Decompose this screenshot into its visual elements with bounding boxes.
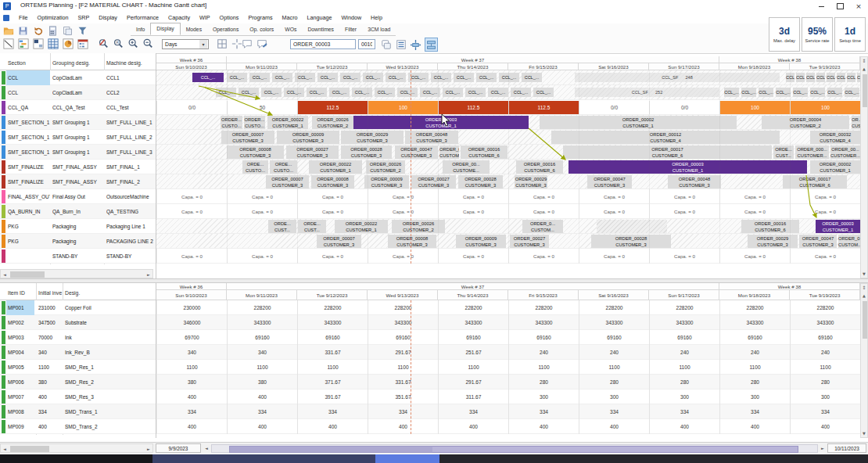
hscrollbar-thumb[interactable] xyxy=(10,271,45,278)
machine-row-stand-by[interactable]: STAND-BYSTAND-BY xyxy=(0,249,156,264)
gantt-operation[interactable]: CCL_... xyxy=(776,88,791,97)
calculator-icon[interactable] xyxy=(47,24,59,37)
gantt-operation[interactable]: CCL_... xyxy=(793,88,808,97)
scroll-down-icon[interactable]: ▼ xyxy=(861,271,867,276)
zoom-reset-icon[interactable] xyxy=(97,38,109,50)
gantt-operation[interactable]: ORDER_00028CUSTOMER_3 xyxy=(591,235,671,248)
day-header-cell[interactable]: Thu 9/14/2023 xyxy=(438,290,508,300)
gantt-operation[interactable]: ORDER_00017CUSTOMER_6 xyxy=(783,175,847,188)
gantt-operation[interactable]: ORDER_00009CUSTOMER_3 xyxy=(364,175,409,188)
item-inventory-cell[interactable]: 334 xyxy=(38,404,63,419)
day-header-cell[interactable]: Mon 9/18/2023 xyxy=(719,63,790,70)
machine-desig-cell[interactable]: SMT_FULL_LINE_1 xyxy=(106,115,155,130)
comment-edit-icon[interactable] xyxy=(256,38,267,50)
item-desig-cell[interactable]: SMD_Res_1 xyxy=(65,360,152,375)
gantt-operation[interactable]: CCL_... xyxy=(431,73,451,82)
machine-row-ccl-test[interactable]: CCL_QACCL_QA_TestCCL_Test xyxy=(0,100,156,115)
item-inventory-cell[interactable]: 400 xyxy=(38,419,63,434)
item-desig-cell[interactable]: Ink_Rev_B xyxy=(65,345,152,360)
capacity-cell[interactable]: Capa. = 0 xyxy=(719,204,790,219)
item-inventory-cell[interactable]: 347500 xyxy=(38,315,63,330)
gantt-operation[interactable]: ORDE...CUST... xyxy=(268,220,296,233)
capacity-cell[interactable]: Capa. = 0 xyxy=(649,249,719,264)
machine-table-hscrollbar[interactable]: ◄ ► xyxy=(0,269,153,278)
gantt-operation[interactable]: CCL... xyxy=(827,73,835,82)
gantt-operation[interactable]: ORDER_00007CUSTOMER_3 xyxy=(221,131,274,144)
gantt-operation[interactable]: CCL_... xyxy=(272,73,292,82)
item-row-mp003[interactable]: MP00370000Ink xyxy=(0,330,156,345)
machine-row-outsourcemachine[interactable]: FINAL_ASSY_OUT!Final Assy OutOutsourceMa… xyxy=(0,189,156,204)
gantt-operation[interactable]: CCL... xyxy=(816,73,825,82)
undo-icon[interactable] xyxy=(32,24,44,37)
gantt-operation[interactable]: ORDER_00009CUSTOMER_3 xyxy=(456,235,506,248)
menu-item-macro[interactable]: Macro xyxy=(278,13,303,23)
gantt-operation[interactable]: ORDER_00...CUSTOMER... xyxy=(439,145,459,159)
scroll-up-icon[interactable]: ▲ xyxy=(861,66,867,71)
item-row-mp004[interactable]: MP004340Ink_Rev_B xyxy=(0,345,156,360)
item-id-cell[interactable]: MP006 xyxy=(8,375,34,389)
machine-row-packaging-line-2[interactable]: PKGPackagingPACKAGING LINE 2 xyxy=(0,234,156,249)
scroll-right-icon[interactable]: ► xyxy=(145,447,152,451)
item-desig-cell[interactable]: Copper Foil xyxy=(65,300,152,315)
minimize-button[interactable] xyxy=(812,0,830,13)
timeline-hscrollbar[interactable] xyxy=(211,444,818,453)
scroll-left-icon[interactable]: ◄ xyxy=(203,446,210,450)
gantt-operation[interactable]: ORDER_00026CUSTOMER_2 xyxy=(392,220,445,233)
grid-vscrollbar[interactable]: ⇕ ▲ ▼ xyxy=(860,283,868,438)
report-icon[interactable] xyxy=(62,24,74,37)
day-header-cell[interactable]: Sun 9/10/2023 xyxy=(156,290,227,300)
splitter-button[interactable]: ⇕ xyxy=(861,285,867,290)
gantt-operation[interactable]: ORDER_00008CUSTOMER_3 xyxy=(388,235,436,248)
zoom-in-icon[interactable] xyxy=(127,38,138,50)
machine-grouping-cell[interactable]: Packaging xyxy=(52,234,102,249)
day-header-cell[interactable]: Mon 9/11/2023 xyxy=(227,63,297,70)
gantt-operation[interactable]: CCL_... xyxy=(340,73,360,82)
gantt-operation[interactable]: ORDER_00047CUSTOMER_3 xyxy=(799,235,837,248)
gantt-operation[interactable]: ORDER_00022CUSTOMER_1 xyxy=(267,116,308,129)
gantt-operation[interactable]: CCL_... xyxy=(443,88,463,97)
capacity-cell[interactable]: Capa. = 0 xyxy=(438,204,508,219)
machine-grouping-cell[interactable]: STAND-BY xyxy=(52,249,102,264)
machine-desig-cell[interactable]: Packaging Line 1 xyxy=(106,219,155,234)
tab-operations[interactable]: Operations xyxy=(207,24,244,35)
menu-item-performance[interactable]: Performance xyxy=(122,13,163,23)
gantt-operation[interactable]: CCL_SF 248 xyxy=(575,73,780,82)
gantt-operation[interactable]: CCL_... xyxy=(352,88,372,97)
item-id-cell[interactable]: MP007 xyxy=(8,389,34,404)
machine-row-qa-testing[interactable]: QA_BURN_INQA_Burn_InQA_TESTING xyxy=(0,204,156,219)
menu-item-srp[interactable]: SRP xyxy=(74,13,95,23)
capacity-cell[interactable]: Capa. = 0 xyxy=(508,204,579,219)
gantt-operation[interactable]: CCL... xyxy=(847,73,855,82)
zoom-region-icon[interactable]: R xyxy=(112,38,124,50)
capacity-cell[interactable]: Capa. = 0 xyxy=(508,249,579,264)
tab-display[interactable]: Display xyxy=(150,23,180,35)
maximize-button[interactable] xyxy=(830,0,849,13)
item-id-cell[interactable]: MP001 xyxy=(6,300,34,315)
close-button[interactable]: × xyxy=(849,0,868,13)
gantt-vscrollbar[interactable]: ⇕ ▲ ▼ xyxy=(860,56,868,278)
capacity-cell[interactable]: Capa. = 0 xyxy=(719,189,790,204)
menu-item-capacity[interactable]: Capacity xyxy=(163,13,195,23)
item-table-hscrollbar[interactable]: ◄ ► xyxy=(0,443,153,453)
splitter-button[interactable]: ⇕ xyxy=(861,58,867,63)
machine-desig-cell[interactable]: CCL_Test xyxy=(106,100,155,115)
day-header-cell[interactable]: Thu 9/14/2023 xyxy=(438,63,508,70)
gantt-operation[interactable]: ORDE...CUSTO... xyxy=(242,160,268,174)
item-desig-cell[interactable]: SMD_Trans_2 xyxy=(65,419,152,434)
pages-icon[interactable] xyxy=(380,38,392,51)
capacity-cell[interactable]: 100 xyxy=(790,101,860,114)
machine-section-cell[interactable] xyxy=(8,249,50,264)
gantt-operation[interactable]: ORDER_00027CUSTOMER_3 xyxy=(411,175,456,188)
gantt-operation[interactable]: CCL_... xyxy=(363,73,383,82)
scroll-down-icon[interactable]: ▼ xyxy=(861,431,867,436)
gantt-operation[interactable]: ORDE...CUSTO... xyxy=(270,160,297,174)
menu-item-language[interactable]: Language xyxy=(303,13,337,23)
day-header-cell[interactable]: Fri 9/15/2023 xyxy=(508,290,579,300)
item-row-mp001[interactable]: MP001231000Copper Foil xyxy=(0,300,156,315)
item-row-mp006[interactable]: MP006380SMD_Res_2 xyxy=(0,375,156,389)
menu-item-wip[interactable]: WIP xyxy=(195,13,215,23)
tab-downtimes[interactable]: Downtimes xyxy=(302,24,339,35)
hscrollbar-thumb[interactable] xyxy=(10,446,49,452)
gantt-operation[interactable]: ORDER_00012CUSTOMER_4 xyxy=(551,131,780,144)
gantt-operation[interactable]: ORDER...CUSTO... xyxy=(221,116,242,129)
